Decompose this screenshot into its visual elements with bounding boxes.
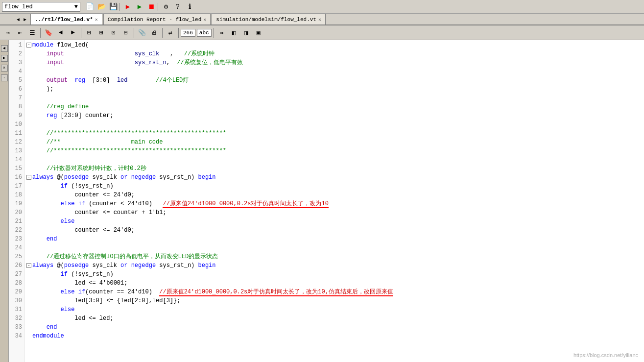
code-line: //计数器对系统时钟计数，计时0.2秒	[26, 164, 642, 173]
code-line: endmodule	[26, 332, 642, 340]
code-line: led <= 4'b0001;	[26, 279, 642, 288]
side-btn-2[interactable]: ►	[1, 55, 8, 62]
project-dropdown[interactable]: flow_led ▼	[2, 2, 80, 12]
print-icon[interactable]: 🖨	[148, 27, 160, 39]
code-line: counter <= 24'd0;	[26, 191, 642, 199]
next-bookmark-icon[interactable]: ►	[67, 27, 79, 39]
tab-close-3[interactable]: ✕	[318, 17, 321, 23]
code-line: -always @(posedge sys_clk or negedge sys…	[26, 261, 642, 270]
code-line: else if(counter == 24'd10) //原来值24'd1000…	[26, 288, 642, 296]
abc-label: abc	[199, 30, 209, 36]
code-line: input sys_clk , //系统时钟	[26, 49, 642, 58]
dropdown-arrow: ▼	[74, 3, 78, 10]
tab-scroll-left[interactable]: ◄	[15, 15, 22, 24]
title-bar: flow_led ▼ 📄 📂 💾 ▶ ▶ ⏹ ⚙ ? ℹ	[0, 0, 644, 14]
code-line	[26, 120, 642, 129]
info-icon[interactable]: ℹ	[184, 1, 195, 12]
code-line	[26, 67, 642, 76]
tab-scroll-right[interactable]: ►	[22, 15, 28, 24]
diff-icon[interactable]: ⇄	[165, 27, 176, 39]
sep6	[214, 28, 214, 38]
line-number-area: 1234567891011121314151617181920212223242…	[9, 40, 24, 362]
outdent-icon[interactable]: ⇤	[14, 27, 26, 39]
line-count-label: 266	[183, 30, 193, 36]
editor-wrapper: 1234567891011121314151617181920212223242…	[9, 40, 644, 362]
code-line: -always @(posedge sys_clk or negedge sys…	[26, 173, 642, 182]
code-line: //** main code	[26, 138, 642, 146]
code-line: -module flow_led(	[26, 41, 642, 49]
code-line: end	[26, 323, 642, 332]
line-count-btn[interactable]: 266	[181, 29, 195, 37]
toolbar-sep1	[119, 3, 121, 11]
abc-btn[interactable]: abc	[197, 29, 212, 37]
side-btn-3[interactable]: ×	[1, 65, 8, 72]
attach-icon[interactable]: 📎	[136, 27, 148, 39]
run-icon[interactable]: ▶	[134, 1, 145, 12]
code-line: else	[26, 305, 642, 314]
main-area: ◄ ► × · 12345678910111213141516171819202…	[0, 40, 644, 362]
code-line: //reg define	[26, 102, 642, 111]
toolbar-sep2	[158, 3, 160, 11]
fold-marker[interactable]: -	[26, 175, 31, 180]
side-btn-4[interactable]: ·	[1, 74, 8, 81]
code-line: output reg [3:0] led //4个LED灯	[26, 76, 642, 85]
tab-flow-led-v[interactable]: ../rtl/flow_led.v* ✕	[30, 14, 102, 24]
stop-icon[interactable]: ⏹	[146, 1, 157, 12]
code-line: input sys_rst_n, //系统复位，低电平有效	[26, 58, 642, 67]
sep1	[40, 28, 41, 38]
settings-icon[interactable]: ⚙	[161, 1, 171, 12]
code-line	[26, 243, 642, 252]
sep5	[178, 28, 179, 38]
fold-all-icon[interactable]: ⊟	[83, 27, 95, 39]
toolbar2: ⇥ ⇤ ☰ 🔖 ◄ ► ⊟ ⊞ ⊡ ⊟ 📎 🖨 ⇄ 266 abc ⇒ ◧ ◨ …	[0, 25, 644, 40]
tab-compilation-report[interactable]: Compilation Report - flow_led ✕	[103, 14, 211, 24]
tab-label-2: Compilation Report - flow_led	[108, 17, 201, 23]
code-line: //通过移位寄存器控制IO口的高低电平，从而改变LED的显示状态	[26, 252, 642, 261]
side-panel: ◄ ► × ·	[0, 40, 9, 362]
fold-marker[interactable]: -	[26, 43, 31, 48]
align-icon[interactable]: ☰	[26, 27, 38, 39]
compile-icon[interactable]: ▶	[122, 1, 133, 12]
code-line: reg [23:0] counter;	[26, 111, 642, 120]
new-file-icon[interactable]: 📄	[84, 1, 95, 12]
arrow-right-icon[interactable]: ⇒	[216, 27, 228, 39]
code-line: led[3:0] <= {led[2:0],led[3]};	[26, 296, 642, 305]
code-line	[26, 155, 642, 164]
code-line: );	[26, 85, 642, 94]
tab-close-1[interactable]: ✕	[95, 17, 98, 23]
align-left-icon[interactable]: ◧	[228, 27, 240, 39]
code-line: led <= led;	[26, 314, 642, 323]
sep4	[162, 28, 163, 38]
unfold-icon2[interactable]: ⊟	[120, 27, 132, 39]
center-icon[interactable]: ▣	[253, 27, 264, 39]
indent-icon[interactable]: ⇥	[2, 27, 14, 39]
side-btn-1[interactable]: ◄	[1, 45, 8, 52]
code-line: if (!sys_rst_n)	[26, 182, 642, 191]
tabs-bar: ◄ ► ../rtl/flow_led.v* ✕ Compilation Rep…	[0, 14, 644, 25]
code-line: //**************************************…	[26, 129, 642, 138]
code-line: if (!sys_rst_n)	[26, 270, 642, 279]
unfold-all-icon[interactable]: ⊞	[95, 27, 107, 39]
code-line: counter <= counter + 1'b1;	[26, 208, 642, 217]
code-area[interactable]: -module flow_led( input sys_clk , //系统时钟…	[24, 40, 644, 362]
sep3	[134, 28, 134, 38]
code-line: else	[26, 217, 642, 226]
tab-close-2[interactable]: ✕	[203, 17, 206, 23]
code-line: counter <= 24'd0;	[26, 226, 642, 235]
watermark: https://blog.csdn.net/yilianc	[573, 352, 638, 358]
bookmark-icon[interactable]: 🔖	[43, 27, 54, 39]
code-line: else if (counter < 24'd10) //原来值24'd1000…	[26, 199, 642, 208]
tab-simulation-vt[interactable]: simulation/modelsim/flow_led.vt ✕	[212, 14, 326, 24]
project-name: flow_led	[4, 3, 33, 10]
save-icon[interactable]: 💾	[108, 1, 119, 12]
prev-bookmark-icon[interactable]: ◄	[55, 27, 67, 39]
fold-icon2[interactable]: ⊡	[108, 27, 119, 39]
open-file-icon[interactable]: 📂	[96, 1, 107, 12]
help-icon[interactable]: ?	[172, 1, 183, 12]
code-line: end	[26, 235, 642, 243]
code-line: //**************************************…	[26, 146, 642, 155]
toolbar-icons: 📄 📂 💾 ▶ ▶ ⏹ ⚙ ? ℹ	[84, 1, 195, 12]
fold-marker[interactable]: -	[26, 263, 31, 268]
align-right-icon[interactable]: ◨	[240, 27, 252, 39]
sep2	[81, 28, 81, 38]
